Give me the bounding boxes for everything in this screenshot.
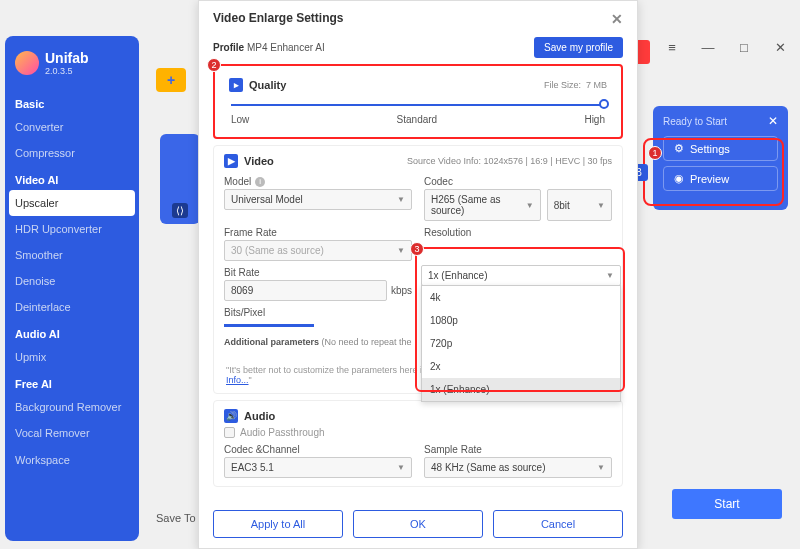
- model-label: Model: [224, 176, 251, 187]
- ok-button[interactable]: OK: [353, 510, 483, 538]
- chevron-down-icon: ▼: [606, 271, 614, 280]
- bitdepth-select[interactable]: 8bit▼: [547, 189, 612, 221]
- annotation-badge-2: 2: [207, 58, 221, 72]
- codec-select[interactable]: H265 (Same as source)▼: [424, 189, 541, 221]
- chevron-down-icon: ▼: [397, 463, 405, 472]
- quality-icon: ▸: [229, 78, 243, 92]
- close-icon[interactable]: ✕: [768, 40, 792, 55]
- framerate-value: 30 (Same as source): [231, 245, 324, 256]
- minimize-icon[interactable]: —: [696, 40, 720, 55]
- annotation-badge-1: 1: [648, 146, 662, 160]
- resolution-value: 1x (Enhance): [428, 270, 487, 281]
- passthrough-checkbox[interactable]: [224, 427, 235, 438]
- res-option-2x[interactable]: 2x: [422, 355, 620, 378]
- quality-slider[interactable]: Low Standard High: [231, 104, 605, 125]
- resolution-select[interactable]: 1x (Enhance) ▼: [421, 265, 621, 286]
- framerate-select[interactable]: 30 (Same as source)▼: [224, 240, 412, 261]
- nav-deinterlace[interactable]: Deinterlace: [5, 294, 139, 320]
- bitrate-input[interactable]: 8069: [224, 280, 387, 301]
- filesize-label: File Size:: [544, 80, 581, 90]
- nav-section-videoai: Video AI: [5, 166, 139, 190]
- logo-icon: [15, 51, 39, 75]
- menu-icon[interactable]: ≡: [660, 40, 684, 55]
- bitrate-value: 8069: [231, 285, 253, 296]
- eye-icon: ◉: [674, 172, 684, 185]
- settings-label: Settings: [690, 143, 730, 155]
- passthrough-label: Audio Passthrough: [240, 427, 325, 438]
- filesize-value: 7 MB: [586, 80, 607, 90]
- resolution-dropdown: 4k 1080p 720p 2x 1x (Enhance): [421, 285, 621, 402]
- nav-section-basic: Basic: [5, 90, 139, 114]
- sample-rate-value: 48 KHz (Same as source): [431, 462, 546, 473]
- nav-compressor[interactable]: Compressor: [5, 140, 139, 166]
- slider-low: Low: [231, 114, 249, 125]
- slider-thumb-icon[interactable]: [599, 99, 609, 109]
- addl-params-hint: (No need to repeat the: [322, 337, 412, 347]
- dialog-close-icon[interactable]: ✕: [611, 11, 623, 27]
- nav-smoother[interactable]: Smoother: [5, 242, 139, 268]
- sample-rate-select[interactable]: 48 KHz (Same as source)▼: [424, 457, 612, 478]
- preview-button[interactable]: ◉ Preview: [663, 166, 778, 191]
- enlarge-settings-dialog: Video Enlarge Settings ✕ Profile MP4 Enh…: [198, 0, 638, 549]
- resolution-label: Resolution: [424, 227, 612, 238]
- slider-high: High: [584, 114, 605, 125]
- maximize-icon[interactable]: □: [732, 40, 756, 55]
- nav-upmix[interactable]: Upmix: [5, 344, 139, 370]
- save-to-label: Save To: [156, 512, 196, 524]
- addl-params-label: Additional parameters: [224, 337, 319, 347]
- nav-hdr[interactable]: HDR Upconverter: [5, 216, 139, 242]
- model-select[interactable]: Universal Model▼: [224, 189, 412, 210]
- bitrate-label: Bit Rate: [224, 267, 412, 278]
- codec-value: H265 (Same as source): [431, 194, 526, 216]
- res-option-720p[interactable]: 720p: [422, 332, 620, 355]
- add-file-button[interactable]: +: [156, 68, 186, 92]
- nav-bgremover[interactable]: Background Remover: [5, 394, 139, 420]
- codec-label: Codec: [424, 176, 612, 187]
- app-name: Unifab: [45, 50, 89, 66]
- window-controls: ≡ — □ ✕: [660, 40, 792, 55]
- nav-denoise[interactable]: Denoise: [5, 268, 139, 294]
- nav-vocalremover[interactable]: Vocal Remover: [5, 420, 139, 446]
- task-status: Ready to Start: [663, 116, 727, 127]
- logo: Unifab 2.0.3.5: [5, 50, 139, 90]
- cancel-button[interactable]: Cancel: [493, 510, 623, 538]
- save-profile-button[interactable]: Save my profile: [534, 37, 623, 58]
- res-option-4k[interactable]: 4k: [422, 286, 620, 309]
- sidebar: Unifab 2.0.3.5 Basic Converter Compresso…: [5, 36, 139, 541]
- apply-all-button[interactable]: Apply to All: [213, 510, 343, 538]
- nav-section-freeai: Free AI: [5, 370, 139, 394]
- model-value: Universal Model: [231, 194, 303, 205]
- chevron-down-icon: ▼: [526, 201, 534, 210]
- audio-section: 🔊Audio Audio Passthrough Codec &Channel …: [213, 400, 623, 487]
- audio-codec-select[interactable]: EAC3 5.1▼: [224, 457, 412, 478]
- res-option-1x[interactable]: 1x (Enhance): [422, 378, 620, 401]
- nav-converter[interactable]: Converter: [5, 114, 139, 140]
- audio-icon: 🔊: [224, 409, 238, 423]
- chevron-down-icon: ▼: [397, 195, 405, 204]
- profile-value: MP4 Enhancer AI: [247, 42, 325, 53]
- chevron-down-icon: ▼: [397, 246, 405, 255]
- info-icon[interactable]: i: [255, 177, 265, 187]
- settings-button[interactable]: ⚙ Settings: [663, 136, 778, 161]
- dialog-title: Video Enlarge Settings: [213, 11, 343, 27]
- video-thumbnail[interactable]: ⟨⟩: [160, 134, 200, 224]
- chevron-down-icon: ▼: [597, 463, 605, 472]
- video-source-info: Source Video Info: 1024x576 | 16:9 | HEV…: [407, 156, 612, 166]
- quality-section: 2 ▸Quality File Size: 7 MB Low Standard …: [213, 64, 623, 139]
- nav-upscaler[interactable]: Upscaler: [9, 190, 135, 216]
- task-panel: Ready to Start ✕ ⚙ Settings ◉ Preview 1: [653, 106, 788, 210]
- bitdepth-value: 8bit: [554, 200, 570, 211]
- quality-label: Quality: [249, 79, 286, 91]
- audio-codec-value: EAC3 5.1: [231, 462, 274, 473]
- nav-section-audioai: Audio AI: [5, 320, 139, 344]
- app-version: 2.0.3.5: [45, 66, 89, 76]
- bitspixel-label: Bits/Pixel: [224, 307, 412, 318]
- nav-workspace[interactable]: Workspace: [5, 446, 139, 470]
- bitspixel-bar: [224, 324, 314, 327]
- audio-codec-label: Codec &Channel: [224, 444, 412, 455]
- preview-label: Preview: [690, 173, 729, 185]
- task-close-icon[interactable]: ✕: [768, 114, 778, 128]
- res-option-1080p[interactable]: 1080p: [422, 309, 620, 332]
- slider-standard: Standard: [397, 114, 438, 125]
- start-button[interactable]: Start: [672, 489, 782, 519]
